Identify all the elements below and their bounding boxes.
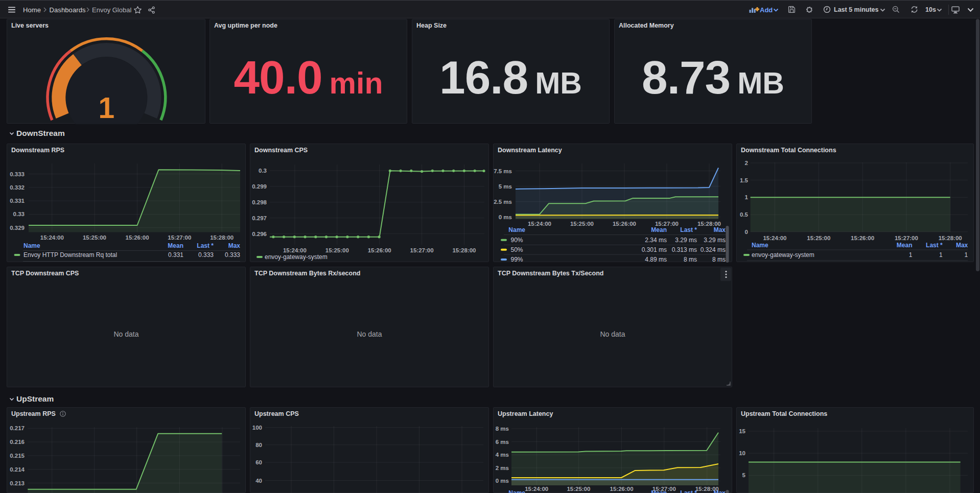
svg-text:envoy-gateway-system: envoy-gateway-system: [752, 251, 814, 259]
svg-text:0.333: 0.333: [10, 171, 25, 177]
svg-text:90%: 90%: [511, 237, 523, 244]
svg-text:0.5: 0.5: [740, 212, 749, 218]
svg-text:15:25:00: 15:25:00: [83, 234, 106, 241]
svg-text:Last *: Last *: [197, 242, 214, 249]
svg-text:7.5 ms: 7.5 ms: [494, 168, 512, 174]
svg-text:Name: Name: [24, 242, 40, 249]
svg-text:0 ms: 0 ms: [496, 478, 509, 484]
svg-text:15:26:00: 15:26:00: [610, 486, 634, 492]
svg-text:4 ms: 4 ms: [496, 452, 509, 458]
svg-text:15:26:00: 15:26:00: [851, 235, 874, 241]
svg-text:8 ms: 8 ms: [684, 256, 697, 263]
svg-text:15:27:00: 15:27:00: [655, 221, 679, 227]
svg-text:15:28:00: 15:28:00: [210, 234, 234, 241]
svg-text:6 ms: 6 ms: [496, 439, 509, 445]
svg-text:1: 1: [99, 91, 115, 124]
svg-text:0.298: 0.298: [252, 199, 267, 205]
svg-text:Envoy HTTP Downstream Rq total: Envoy HTTP Downstream Rq total: [24, 251, 117, 259]
svg-text:0.296: 0.296: [252, 231, 267, 237]
svg-text:80: 80: [255, 442, 262, 448]
svg-text:15:24:00: 15:24:00: [528, 221, 551, 227]
svg-text:Max: Max: [714, 489, 726, 493]
svg-text:0.301 ms: 0.301 ms: [642, 246, 667, 253]
svg-text:15:27:00: 15:27:00: [168, 234, 191, 241]
svg-text:0.215: 0.215: [10, 453, 25, 459]
svg-text:0.299: 0.299: [252, 183, 267, 190]
svg-text:15:26:00: 15:26:00: [613, 221, 636, 227]
svg-text:15:27:00: 15:27:00: [410, 247, 434, 253]
svg-text:15:28:00: 15:28:00: [939, 235, 962, 241]
svg-text:15:24:00: 15:24:00: [525, 486, 548, 492]
svg-text:Last *: Last *: [680, 489, 697, 493]
svg-text:0.217: 0.217: [10, 425, 25, 431]
svg-text:5: 5: [742, 472, 746, 478]
svg-text:15: 15: [739, 428, 745, 434]
svg-text:Mean: Mean: [168, 242, 183, 249]
svg-text:0.333: 0.333: [225, 251, 240, 259]
svg-text:3.29 ms: 3.29 ms: [704, 237, 726, 244]
svg-text:0 ms: 0 ms: [499, 214, 512, 220]
svg-text:0.33: 0.33: [13, 211, 25, 217]
svg-text:1: 1: [939, 251, 943, 259]
svg-text:0.213: 0.213: [10, 480, 25, 486]
svg-text:Max: Max: [714, 226, 726, 233]
svg-text:15:25:00: 15:25:00: [325, 247, 349, 253]
svg-text:2.5 ms: 2.5 ms: [494, 199, 512, 205]
svg-text:8 ms: 8 ms: [496, 426, 509, 432]
svg-text:1.5: 1.5: [740, 177, 749, 183]
svg-text:60: 60: [255, 459, 262, 465]
svg-text:0.216: 0.216: [10, 439, 25, 445]
svg-text:Last *: Last *: [926, 242, 943, 249]
svg-text:15:25:00: 15:25:00: [807, 235, 830, 241]
svg-text:15:25:00: 15:25:00: [567, 486, 590, 492]
svg-text:15:28:00: 15:28:00: [452, 247, 476, 253]
svg-text:15:24:00: 15:24:00: [283, 247, 307, 253]
svg-text:8 ms: 8 ms: [712, 256, 726, 263]
svg-text:1: 1: [909, 251, 913, 259]
svg-text:0.332: 0.332: [10, 184, 25, 191]
svg-text:0.329: 0.329: [10, 225, 25, 231]
svg-text:2: 2: [745, 160, 748, 166]
svg-text:Max: Max: [956, 242, 968, 249]
svg-text:0.333: 0.333: [198, 251, 214, 259]
svg-text:15:28:00: 15:28:00: [697, 221, 721, 227]
svg-text:5 ms: 5 ms: [499, 183, 512, 190]
svg-text:0.331: 0.331: [10, 198, 25, 204]
svg-text:15:26:00: 15:26:00: [126, 234, 149, 241]
svg-text:10: 10: [739, 450, 745, 456]
svg-text:Name: Name: [508, 226, 525, 233]
svg-text:0.331: 0.331: [168, 251, 183, 259]
svg-text:Mean: Mean: [651, 226, 667, 233]
svg-text:0.214: 0.214: [10, 466, 25, 473]
svg-text:Name: Name: [508, 489, 525, 493]
svg-text:50%: 50%: [511, 246, 523, 253]
svg-text:2 ms: 2 ms: [496, 465, 509, 471]
svg-text:15:24:00: 15:24:00: [40, 234, 64, 241]
svg-text:0.313 ms: 0.313 ms: [672, 246, 697, 253]
svg-text:1: 1: [965, 251, 968, 259]
svg-text:0: 0: [745, 229, 748, 235]
svg-text:99%: 99%: [511, 256, 523, 263]
svg-text:15:24:00: 15:24:00: [763, 235, 786, 241]
svg-text:0.324 ms: 0.324 ms: [701, 246, 726, 253]
svg-text:15:27:00: 15:27:00: [895, 235, 918, 241]
svg-text:Last *: Last *: [680, 226, 697, 233]
svg-text:2.34 ms: 2.34 ms: [645, 237, 667, 244]
svg-text:Max: Max: [228, 242, 241, 249]
svg-text:40: 40: [255, 478, 262, 484]
svg-text:Mean: Mean: [897, 242, 913, 249]
svg-text:Mean: Mean: [651, 489, 667, 493]
svg-text:15:25:00: 15:25:00: [570, 221, 594, 227]
svg-text:4.89 ms: 4.89 ms: [645, 256, 667, 263]
svg-text:1: 1: [745, 194, 749, 200]
svg-text:envoy-gateway-system: envoy-gateway-system: [265, 253, 328, 261]
svg-text:Name: Name: [752, 242, 768, 249]
svg-text:15:26:00: 15:26:00: [368, 247, 391, 253]
svg-text:0.297: 0.297: [252, 215, 267, 221]
svg-text:3.29 ms: 3.29 ms: [675, 237, 697, 244]
svg-text:0.3: 0.3: [259, 168, 267, 174]
svg-text:100: 100: [252, 425, 262, 431]
